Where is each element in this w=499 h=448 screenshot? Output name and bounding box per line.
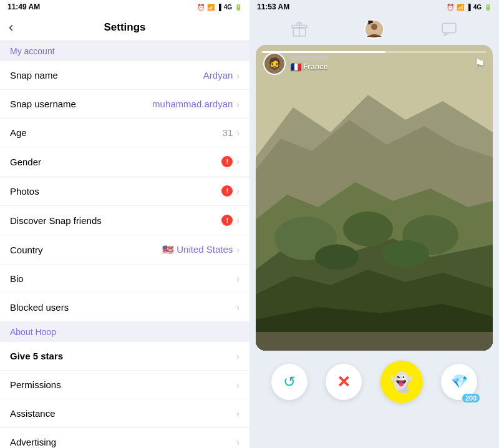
svg-point-18 (315, 245, 359, 270)
location-text: France (303, 62, 327, 71)
settings-item[interactable]: Country🇺🇸 United States› (0, 235, 250, 265)
error-icon: ! (221, 185, 233, 197)
time-right: 11:53 AM (257, 2, 289, 11)
item-right: Ardyan› (203, 70, 240, 80)
item-right: !› (221, 215, 240, 226)
status-icons-left: ⏰ 📶 ▐ 4G 🔋 (197, 4, 242, 11)
item-right: › (236, 274, 240, 284)
item-label: Photos (10, 186, 39, 197)
diamond-button-container[interactable]: 💎 200 (441, 364, 477, 400)
item-label: Age (10, 127, 27, 138)
flag-right-icon: ⚑ (474, 56, 485, 71)
snap-button[interactable]: 👻 (380, 361, 423, 403)
item-right: › (236, 380, 240, 390)
user-card: 🧔 🇫🇷 France ⚑ (256, 45, 493, 351)
settings-item[interactable]: Gender!› (0, 147, 250, 177)
time-left: 11:49 AM (7, 2, 40, 11)
gift-nav-icon[interactable] (289, 19, 309, 39)
alarm-icon: ⏰ (197, 4, 205, 11)
user-avatar: 🧔 (263, 52, 286, 75)
item-label: Snap username (10, 99, 76, 109)
card-user-bar: 🧔 🇫🇷 France ⚑ (263, 52, 485, 75)
chevron-icon: › (236, 245, 240, 255)
user-location: 🇫🇷 France (291, 62, 328, 72)
settings-item[interactable]: Discover Snap friends!› (0, 206, 250, 235)
settings-item[interactable]: Give 5 stars› (0, 342, 250, 371)
chevron-icon: › (236, 303, 240, 313)
item-right: › (236, 409, 240, 419)
item-label: Advertising (10, 437, 56, 447)
item-label: Assistance (10, 408, 56, 419)
discovery-panel: 11:53 AM ⏰ 📶 ▐ 4G 🔋 (250, 0, 499, 448)
reject-icon: ✕ (337, 373, 351, 392)
chevron-icon: › (236, 157, 240, 167)
battery-icon: 🔋 (235, 4, 242, 11)
status-bar-right: 11:53 AM ⏰ 📶 ▐ 4G 🔋 (250, 0, 499, 14)
item-label: Blocked users (10, 302, 69, 313)
signal-icon: ▐ (217, 4, 221, 11)
svg-rect-6 (442, 23, 456, 32)
battery-icon-r: 🔋 (484, 4, 492, 11)
wifi-icon-r: 📶 (457, 4, 464, 11)
settings-panel: 11:49 AM ⏰ 📶 ▐ 4G 🔋 ‹ Settings My accoun… (0, 0, 250, 448)
bottom-actions: ↺ ✕ 👻 💎 200 (250, 351, 499, 413)
item-label: Country (10, 245, 43, 255)
svg-point-4 (371, 24, 377, 30)
network-label: 4G (224, 4, 232, 11)
settings-item[interactable]: Bio› (0, 265, 250, 293)
settings-item[interactable]: Snap usernamemuhammad.ardyan› (0, 90, 250, 119)
settings-item[interactable]: Permissions› (0, 371, 250, 399)
svg-rect-5 (368, 21, 373, 23)
item-right: › (236, 437, 240, 447)
chat-nav-icon[interactable] (439, 19, 459, 39)
chevron-icon: › (236, 409, 240, 419)
item-right: 🇺🇸 United States› (162, 244, 240, 255)
settings-item[interactable]: Age31› (0, 119, 250, 147)
profile-nav-icon[interactable] (364, 19, 384, 39)
snap-icon: 👻 (390, 371, 413, 393)
page-title: Settings (104, 21, 145, 34)
item-label: Give 5 stars (10, 351, 63, 361)
chevron-icon: › (236, 71, 240, 80)
undo-button[interactable]: ↺ (271, 364, 308, 400)
settings-list: My accountSnap nameArdyan›Snap usernamem… (0, 41, 250, 448)
chevron-icon: › (236, 99, 240, 109)
undo-icon: ↺ (283, 373, 296, 391)
chevron-icon: › (236, 351, 240, 361)
section-header: About Hoop (0, 322, 250, 342)
network-label-r: 4G (473, 4, 482, 11)
signal-icon-r: ▐ (467, 4, 471, 11)
reject-button[interactable]: ✕ (326, 364, 362, 400)
item-right: muhammad.ardyan› (152, 99, 240, 109)
item-value: 🇺🇸 United States (162, 244, 233, 255)
svg-rect-14 (256, 332, 493, 351)
settings-item[interactable]: Snap nameArdyan› (0, 61, 250, 90)
chevron-icon: › (236, 380, 240, 390)
chevron-icon: › (236, 215, 240, 225)
wifi-icon: 📶 (207, 4, 215, 11)
settings-item[interactable]: Advertising› (0, 428, 250, 448)
user-info: 🧔 🇫🇷 France (263, 52, 328, 75)
settings-item[interactable]: Photos!› (0, 177, 250, 206)
settings-item[interactable]: Blocked users› (0, 293, 250, 322)
item-value: Ardyan (203, 70, 233, 80)
flag-icon: 🇫🇷 (291, 62, 301, 72)
item-value: muhammad.ardyan (152, 99, 233, 109)
diamond-count-badge: 200 (462, 394, 480, 402)
item-right: !› (221, 156, 240, 167)
back-button[interactable]: ‹ (9, 19, 13, 36)
status-icons-right: ⏰ 📶 ▐ 4G 🔋 (447, 4, 492, 11)
chevron-icon: › (236, 186, 240, 196)
item-label: Bio (10, 273, 24, 284)
top-navigation (250, 14, 499, 45)
item-label: Gender (10, 157, 41, 167)
alarm-icon-r: ⏰ (447, 4, 454, 11)
item-label: Discover Snap friends (10, 215, 102, 226)
item-label: Permissions (10, 379, 61, 390)
settings-item[interactable]: Assistance› (0, 399, 250, 428)
user-name-placeholder (291, 56, 328, 61)
error-icon: ! (221, 156, 233, 167)
section-header: My account (0, 41, 250, 61)
status-bar-left: 11:49 AM ⏰ 📶 ▐ 4G 🔋 (0, 0, 250, 14)
diamond-icon: 💎 (451, 374, 468, 390)
